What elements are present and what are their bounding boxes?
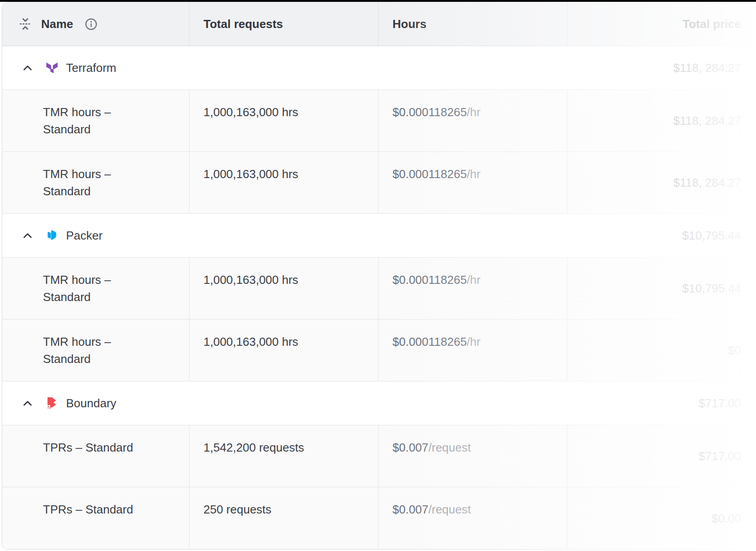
- column-header-name: Name: [41, 17, 73, 31]
- chevron-up-icon[interactable]: [21, 397, 34, 410]
- line-item-total-requests: 1,542,200 requests: [189, 425, 378, 487]
- line-item-total-price: $717.00: [567, 425, 756, 487]
- line-item-total-requests: 1,000,163,000 hrs: [189, 258, 378, 319]
- packer-icon: [45, 229, 59, 242]
- line-item-name: TMR hours – Standard: [43, 271, 148, 306]
- info-icon[interactable]: [85, 18, 98, 31]
- line-item-total-requests: 1,000,163,000 hrs: [189, 320, 378, 381]
- group-row-packer[interactable]: Packer $10,795.44: [2, 214, 756, 258]
- line-item-total-price: $118, 284.27: [567, 152, 756, 213]
- group-total-price: $118, 284.27: [673, 61, 756, 75]
- table-header: Name Total requests Hours Total price: [2, 2, 756, 46]
- column-header-total-price: Total price: [567, 2, 756, 46]
- line-item-total-price: $0: [567, 320, 756, 381]
- line-item-name: TPRs – Standard: [43, 439, 148, 456]
- table-row: TMR hours – Standard 1,000,163,000 hrs $…: [2, 152, 756, 214]
- table-row: TMR hours – Standard 1,000,163,000 hrs $…: [2, 320, 756, 381]
- pricing-table: Name Total requests Hours Total price: [2, 2, 756, 550]
- group-row-terraform[interactable]: Terraform $118, 284.27: [2, 46, 756, 90]
- line-item-total-requests: 1,000,163,000 hrs: [189, 152, 378, 213]
- group-label: Terraform: [66, 61, 116, 75]
- terraform-icon: [45, 61, 59, 75]
- line-item-total-requests: 1,000,163,000 hrs: [189, 90, 378, 151]
- column-header-name-cell: Name: [2, 2, 189, 46]
- boundary-icon: [45, 396, 59, 410]
- line-item-rate: $0.000118265/hr: [378, 320, 567, 381]
- line-item-total-price: $118, 284.27: [567, 90, 756, 151]
- line-item-name: TMR hours – Standard: [43, 104, 148, 138]
- line-item-rate: $0.000118265/hr: [378, 258, 567, 319]
- line-item-total-price: $10,795.44: [567, 258, 756, 319]
- line-item-name: TPRs – Standard: [43, 501, 148, 518]
- line-item-rate: $0.007/request: [378, 487, 567, 549]
- line-item-total-requests: 250 requests: [189, 487, 378, 549]
- line-item-name: TMR hours – Standard: [43, 333, 148, 367]
- table-row: TPRs – Standard 250 requests $0.007/requ…: [2, 487, 756, 549]
- line-item-rate: $0.000118265/hr: [378, 90, 567, 151]
- group-label: Boundary: [66, 396, 116, 410]
- table-row: TMR hours – Standard 1,000,163,000 hrs $…: [2, 258, 756, 320]
- pricing-table-wrap: Name Total requests Hours Total price: [2, 2, 756, 550]
- table-row: TPRs – Standard 1,542,200 requests $0.00…: [2, 425, 756, 487]
- group-label: Packer: [66, 229, 103, 243]
- chevron-up-icon[interactable]: [21, 229, 34, 242]
- line-item-rate: $0.007/request: [378, 425, 567, 487]
- group-row-boundary[interactable]: Boundary $717.00: [2, 381, 756, 425]
- chevron-up-icon[interactable]: [21, 61, 34, 74]
- line-item-name: TMR hours – Standard: [43, 165, 148, 200]
- collapse-all-icon[interactable]: [19, 17, 32, 31]
- group-total-price: $717.00: [699, 396, 756, 410]
- table-row: TMR hours – Standard 1,000,163,000 hrs $…: [2, 90, 756, 152]
- column-header-hours: Hours: [378, 2, 567, 46]
- column-header-total-requests: Total requests: [189, 2, 378, 46]
- group-total-price: $10,795.44: [682, 229, 756, 243]
- line-item-total-price: $0.00: [567, 487, 756, 549]
- line-item-rate: $0.000118265/hr: [378, 152, 567, 213]
